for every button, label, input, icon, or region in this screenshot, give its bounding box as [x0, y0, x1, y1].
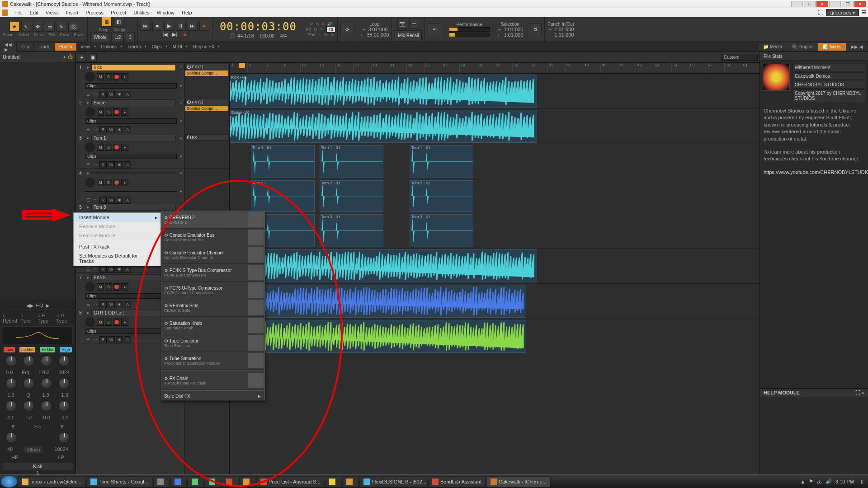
mute-button[interactable]: M: [97, 179, 104, 186]
tray-network-icon[interactable]: 🖧: [817, 479, 822, 484]
stop-button[interactable]: ■: [152, 21, 162, 31]
add-track-button[interactable]: +: [78, 53, 86, 61]
track-expand[interactable]: ▸: [85, 136, 91, 140]
options-dropdown[interactable]: Options: [97, 43, 123, 51]
arm-button[interactable]: ●: [181, 31, 189, 38]
tab-clip[interactable]: Clip: [17, 43, 34, 51]
eq-knob-high-freq[interactable]: [58, 378, 70, 389]
arm-button[interactable]: [113, 73, 120, 80]
right-collapse[interactable]: ▶▶ ◀: [846, 43, 868, 51]
tray-up-icon[interactable]: ▲: [800, 479, 805, 484]
eq-knob-hmid-gain[interactable]: [41, 355, 52, 367]
freeze-button[interactable]: A: [124, 161, 131, 169]
fx-label[interactable]: ⏻ FX: [185, 134, 228, 141]
timecode-display[interactable]: 00:00:03:00: [215, 20, 301, 33]
minimize-button-2[interactable]: _: [829, 1, 841, 7]
restore-button[interactable]: ❐: [842, 1, 854, 7]
track-header-3[interactable]: 3▸Tom 1≡ MS▸ Clips▾ ☰〰RW✱A: [76, 133, 184, 169]
fx-cell[interactable]: [184, 169, 229, 202]
right-tab-plugins[interactable]: 🔌 PlugIns: [787, 43, 818, 51]
module-item[interactable]: ⚙ PC4K S-Type Bus CompressorPC4K Bus Com…: [161, 264, 264, 282]
regionfx-dropdown[interactable]: Region FX: [189, 43, 221, 51]
audio-clip[interactable]: Tom 3 - 01: [410, 214, 473, 247]
eq-graph[interactable]: [3, 326, 73, 344]
read-button[interactable]: R: [99, 336, 107, 343]
audio-clip[interactable]: Kick - 01: [230, 75, 537, 108]
automation-toggle[interactable]: ☰: [85, 92, 91, 97]
automation-toggle[interactable]: ☰: [85, 198, 91, 202]
menu-project[interactable]: Project: [107, 9, 130, 16]
audio-clip[interactable]: Tom 1 - 01: [320, 145, 383, 178]
eq-knob-lmid-q[interactable]: [23, 400, 35, 412]
show-desktop[interactable]: ▯: [858, 479, 863, 484]
eq-knob-hp[interactable]: [5, 432, 17, 444]
audio-clip[interactable]: [251, 285, 526, 318]
archive-button[interactable]: ✱: [116, 266, 123, 273]
write-button[interactable]: W: [108, 197, 115, 204]
clips-dropdown[interactable]: Clips: [85, 154, 177, 159]
metronome-icon[interactable]: 🎵: [229, 33, 236, 39]
eq-knob-high-gain[interactable]: [58, 355, 70, 367]
eq-knob-hmid-freq[interactable]: [41, 378, 52, 389]
nav-collapse[interactable]: ◀◀ ▶: [0, 41, 17, 53]
write-button[interactable]: W: [108, 301, 115, 308]
erase-tool[interactable]: ⌫: [68, 22, 78, 32]
track-expand[interactable]: ▸: [85, 171, 91, 175]
track-menu[interactable]: ≡: [178, 65, 184, 70]
track-name-input[interactable]: [91, 172, 176, 174]
module-item[interactable]: ⚙ REmatrix SoloREmatrix Solo: [161, 299, 264, 317]
track-icon[interactable]: [85, 317, 95, 327]
menu-utilities[interactable]: Utilities: [130, 9, 153, 16]
record-button[interactable]: ●: [199, 21, 209, 31]
menu-process[interactable]: Process: [82, 9, 107, 16]
track-menu[interactable]: ≡: [178, 136, 184, 140]
track-expand[interactable]: ▸: [85, 310, 91, 315]
menu-file[interactable]: File: [11, 9, 26, 16]
track-name-input[interactable]: Tom 3: [91, 204, 176, 211]
eq-knob-low-q[interactable]: [5, 400, 17, 412]
menu-window[interactable]: Window: [153, 9, 178, 16]
audio-clip[interactable]: Tom 2 - 01: [320, 180, 383, 212]
fx-label[interactable]: ⏻ FX (1): [185, 64, 228, 70]
next-marker-button[interactable]: ▶|: [171, 31, 179, 38]
module-item[interactable]: ⚙ Tape EmulatorTape Emulator: [161, 334, 264, 352]
freeze-button[interactable]: A: [124, 336, 131, 343]
track-name-input[interactable]: Tom 1: [91, 135, 176, 141]
write-button[interactable]: W: [108, 266, 115, 273]
timesig-value[interactable]: 4/4: [280, 33, 287, 38]
punch-toggle[interactable]: ⇅: [529, 23, 542, 35]
snap-toggle[interactable]: ▦: [102, 17, 112, 27]
read-button[interactable]: R: [99, 266, 107, 273]
clips-dropdown[interactable]: Clips: [85, 118, 177, 124]
eq-knob-lp[interactable]: [58, 432, 70, 444]
archive-button[interactable]: ✱: [116, 161, 123, 169]
freeze-button[interactable]: A: [124, 91, 131, 98]
track-expand[interactable]: ▸: [85, 100, 91, 105]
right-tab-notes[interactable]: 📝 Notes: [818, 43, 846, 51]
track-menu[interactable]: ≡: [178, 100, 184, 105]
ctx-insert-module[interactable]: Insert Module: [74, 213, 160, 222]
ffwd-button[interactable]: ⏭: [188, 21, 198, 31]
track-menu[interactable]: ≡: [178, 171, 184, 175]
taskbar-item[interactable]: [188, 476, 204, 487]
tray-volume-icon[interactable]: 🔊: [826, 479, 832, 484]
track-lane[interactable]: Tom 2 -Tom 2 - 01Tom 2 - 01: [230, 179, 760, 213]
timeline-ruler[interactable]: 3579111315171921232527293133353739414345…: [230, 63, 760, 74]
track-header-2[interactable]: 2▸Snare≡ MS▸ Clips▾ ☰〰RW✱A: [76, 98, 184, 133]
help-module-buttons[interactable]: ⛶ ▾: [855, 390, 864, 395]
mute-button[interactable]: M: [97, 319, 104, 326]
module-item[interactable]: ⚙ BREVERB 2BREVERB 2: [161, 211, 264, 229]
edit-tool[interactable]: ▭: [45, 22, 55, 32]
fx-cell[interactable]: ⏻ FX: [184, 133, 229, 169]
write-button[interactable]: W: [108, 336, 115, 343]
eq-collapse[interactable]: ◀▶: [26, 303, 33, 308]
tracks-dropdown[interactable]: Tracks: [123, 43, 147, 51]
menu-help[interactable]: Help: [178, 9, 196, 16]
eq-knob-lmid-gain[interactable]: [23, 355, 35, 367]
audio-clip[interactable]: Tom 1 - 01: [251, 145, 315, 178]
archive-button[interactable]: ✱: [116, 126, 123, 133]
module-item[interactable]: ⚙ Console Emulator ChannelConsole Emulat…: [161, 246, 264, 264]
archive-button[interactable]: ✱: [116, 301, 123, 308]
close-button-2[interactable]: ✕: [854, 1, 866, 7]
mute-button[interactable]: M: [97, 283, 104, 291]
